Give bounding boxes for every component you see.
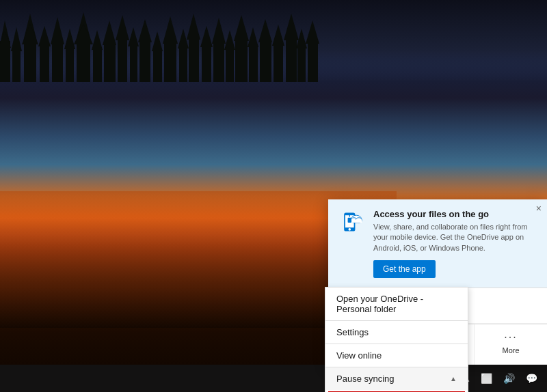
svg-rect-48: [274, 44, 283, 82]
get-app-button[interactable]: Get the app: [373, 260, 436, 278]
svg-rect-52: [297, 46, 306, 82]
svg-rect-50: [286, 38, 297, 82]
svg-rect-13: [66, 46, 74, 82]
promo-content: Access your files on the go View, share,…: [373, 209, 536, 278]
more-icon: ···: [504, 331, 517, 344]
menu-settings[interactable]: Settings: [325, 321, 468, 344]
tree-silhouette: [0, 0, 547, 82]
svg-rect-54: [308, 41, 318, 82]
svg-rect-9: [40, 44, 49, 82]
chevron-up-icon: ▲: [450, 375, 457, 382]
phone-cloud-icon: [338, 209, 365, 236]
context-menu: Open your OneDrive - Personal folder Set…: [325, 287, 468, 392]
svg-rect-15: [77, 40, 90, 82]
svg-rect-28: [153, 49, 162, 82]
more-label: More: [502, 346, 519, 354]
phone-cloud-svg: [339, 210, 364, 235]
svg-rect-30: [164, 41, 176, 82]
svg-rect-18: [93, 48, 102, 82]
menu-pause-syncing[interactable]: Pause syncing ▲: [325, 367, 468, 390]
svg-rect-20: [104, 42, 116, 82]
more-action[interactable]: ··· More: [475, 324, 547, 365]
desktop-icon[interactable]: ⬜: [478, 370, 495, 387]
svg-rect-63: [348, 218, 351, 223]
menu-view-online[interactable]: View online: [325, 344, 468, 367]
svg-rect-62: [351, 219, 362, 223]
svg-rect-38: [213, 41, 224, 82]
svg-rect-32: [179, 46, 187, 82]
svg-rect-22: [118, 38, 127, 82]
notifications-icon[interactable]: 💬: [523, 370, 540, 387]
svg-rect-44: [249, 45, 258, 82]
close-button[interactable]: ×: [536, 204, 542, 213]
svg-rect-36: [202, 45, 211, 82]
svg-point-58: [349, 228, 351, 231]
svg-rect-4: [12, 48, 21, 82]
svg-rect-24: [130, 44, 137, 82]
svg-rect-40: [226, 48, 234, 82]
svg-rect-26: [139, 40, 150, 82]
onedrive-panel: × Access your files on the go View, shar…: [328, 199, 547, 365]
volume-icon[interactable]: 🔊: [501, 370, 518, 387]
promo-title: Access your files on the go: [373, 209, 536, 219]
menu-open-folder[interactable]: Open your OneDrive - Personal folder: [325, 288, 468, 320]
promo-section: Access your files on the go View, share,…: [328, 199, 547, 288]
svg-rect-42: [235, 38, 248, 82]
svg-rect-46: [260, 40, 271, 82]
promo-description: View, share, and collaborate on files ri…: [373, 222, 536, 253]
svg-rect-11: [52, 41, 63, 82]
svg-rect-34: [189, 37, 199, 82]
